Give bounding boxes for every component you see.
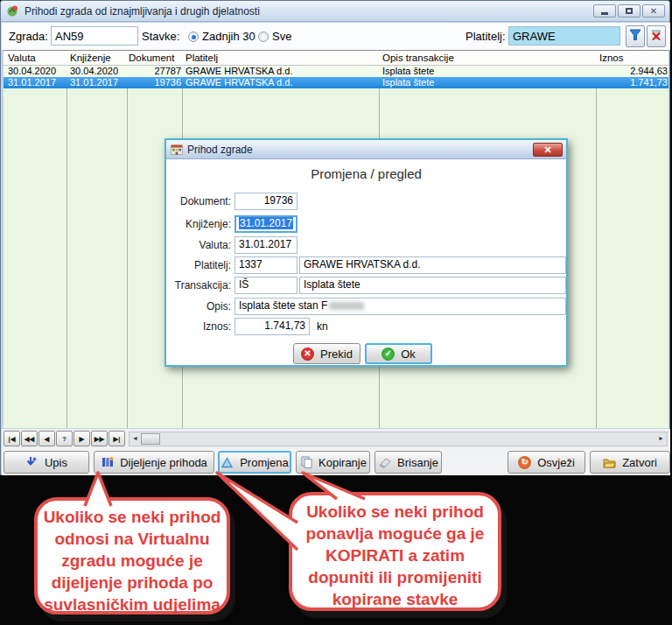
dijeljenje-prihoda-button[interactable]: Dijeljenje prihoda <box>94 451 214 474</box>
cell-dokument: 27787 <box>127 66 181 76</box>
col-opis-transakcije[interactable]: Opis transakcije <box>382 53 454 63</box>
prekid-button[interactable]: ✕ Prekid <box>293 343 360 364</box>
callout-line: odnosi na Virtualnu <box>38 528 227 550</box>
column-divider <box>596 51 597 428</box>
callout-line: ponavlja moguće ga je <box>292 523 498 544</box>
callout-line: dijeljenje prihoda po <box>38 572 227 593</box>
cell-knjizenje: 30.04.2020 <box>70 66 118 76</box>
dialog-titlebar: Prihod zgrade ✕ <box>166 140 566 159</box>
col-iznos[interactable]: Iznos <box>599 53 624 63</box>
dialog-heading: Promjena / pregled <box>166 166 566 181</box>
filter-toolbar: Zgrada: Stavke: Zadnjih 30 Sve Platitelj… <box>2 23 670 50</box>
brisanje-button[interactable]: Brisanje <box>374 451 442 474</box>
prekid-label: Prekid <box>320 348 353 361</box>
cell-valuta: 31.01.2017 <box>8 77 56 88</box>
platitelj-dialog-label: Platitelj: <box>168 259 231 271</box>
table-header: Valuta Knjiženje Dokument Platitelj Opis… <box>4 51 668 66</box>
close-icon[interactable]: ✕ <box>642 4 665 18</box>
column-divider <box>127 51 128 428</box>
opis-text: Isplata štete stan F <box>239 299 327 312</box>
dokument-field[interactable]: 19736 <box>234 193 298 210</box>
redacted-text-blur <box>329 302 364 310</box>
opis-label: Opis: <box>168 300 231 312</box>
table-row-selected[interactable]: 31.01.2017 31.01.2017 19736 GRAWE HRVATS… <box>4 77 668 88</box>
dijeljenje-label: Dijeljenje prihoda <box>120 456 207 469</box>
iznos-field[interactable]: 1.741,73 <box>234 318 310 335</box>
zgrada-input[interactable] <box>51 26 138 46</box>
radio-zadnjih-30-label[interactable]: Zadnjih 30 <box>202 30 256 43</box>
col-platitelj[interactable]: Platitelj <box>186 53 218 63</box>
scroll-left-icon[interactable]: ◄ <box>132 435 138 441</box>
radio-zadnjih-30[interactable] <box>188 32 199 42</box>
platitelj-name-field[interactable]: GRAWE HRVATSKA d.d. <box>299 256 566 274</box>
platitelj-input[interactable] <box>508 26 620 46</box>
nav-last-button[interactable]: ▶| <box>108 431 125 446</box>
window-title: Prihodi zgrada od iznajmljivanja i drugi… <box>24 5 260 18</box>
minimize-icon[interactable] <box>593 4 616 18</box>
transakcija-label: Transakcija: <box>168 279 231 291</box>
window-titlebar: Prihodi zgrada od iznajmljivanja i drugi… <box>1 1 669 22</box>
action-button-bar: Upis Dijeljenje prihoda <box>2 449 670 475</box>
folder-icon <box>603 456 616 469</box>
cell-opis: Isplata štete <box>382 77 434 88</box>
col-dokument[interactable]: Dokument <box>129 53 174 63</box>
valuta-field[interactable]: 31.01.2017 <box>234 236 298 254</box>
radio-sve-label[interactable]: Sve <box>272 30 291 43</box>
radio-sve[interactable] <box>258 32 269 42</box>
kopiranje-label: Kopiranje <box>318 456 367 469</box>
zatvori-button[interactable]: Zatvori <box>590 451 670 474</box>
dialog-close-icon[interactable]: ✕ <box>533 143 563 157</box>
knjizenje-label: Knjiženje: <box>168 218 231 230</box>
transakcija-code-field[interactable]: IŠ <box>234 277 298 294</box>
building-icon <box>171 144 183 155</box>
dokument-label: Dokument: <box>168 195 231 207</box>
osvjezi-button[interactable]: ↻ Osvježi <box>508 451 585 474</box>
upis-button[interactable]: Upis <box>4 451 89 474</box>
callout-line: Ukoliko se neki prihod <box>292 501 498 523</box>
ok-label: Ok <box>401 348 416 361</box>
split-income-icon <box>101 456 114 469</box>
nav-next-button[interactable]: ▶ <box>74 431 90 446</box>
transakcija-name-field[interactable]: Isplata štete <box>299 277 566 294</box>
knjizenje-field[interactable]: 31.01.2017 <box>234 215 298 233</box>
dialog-title: Prihod zgrade <box>187 144 253 156</box>
promjena-button[interactable]: Promjena <box>218 451 291 474</box>
table-row[interactable]: 30.04.2020 30.04.2020 27787 GRAWE HRVATS… <box>4 66 668 77</box>
clear-filter-button[interactable]: ✕ <box>647 25 666 47</box>
valuta-label: Valuta: <box>168 239 231 251</box>
eraser-icon <box>378 456 391 469</box>
filter-funnel-icon <box>629 29 641 44</box>
nav-prev-button[interactable]: ◀ <box>38 431 55 446</box>
col-valuta[interactable]: Valuta <box>8 53 36 63</box>
app-icon <box>6 4 19 18</box>
nav-search-button[interactable]: ? <box>56 431 73 446</box>
kopiranje-button[interactable]: Kopiranje <box>296 451 370 474</box>
copy-icon <box>299 456 312 469</box>
maximize-icon[interactable] <box>618 4 640 18</box>
callout-line: dopuniti ili promijeniti <box>292 566 498 588</box>
stavke-label: Stavke: <box>142 30 179 43</box>
platitelj-code-field[interactable]: 1337 <box>234 256 298 274</box>
scrollbar-thumb[interactable] <box>141 433 160 445</box>
nav-first-button[interactable]: |◀ <box>4 431 20 446</box>
add-record-icon <box>25 456 38 469</box>
col-knjizenje[interactable]: Knjiženje <box>70 53 111 63</box>
cell-valuta: 30.04.2020 <box>8 66 56 76</box>
callout-line: suvlasničkim udjelima <box>38 593 227 615</box>
horizontal-scrollbar[interactable]: ◄ ► <box>129 432 668 446</box>
screen: Prihodi zgrada od iznajmljivanja i drugi… <box>0 0 672 625</box>
knjizenje-selected-text: 31.01.2017 <box>239 217 293 229</box>
scroll-right-icon[interactable]: ► <box>658 435 664 441</box>
nav-fast-next-button[interactable]: ▶▶ <box>91 431 108 446</box>
callout-line: zgradu moguće je <box>38 550 227 572</box>
nav-fast-prev-button[interactable]: ◀◀ <box>21 431 38 446</box>
zatvori-label: Zatvori <box>622 456 657 469</box>
opis-field[interactable]: Isplata štete stan F <box>234 298 566 315</box>
callout-line: Ukoliko se neki prihod <box>38 506 227 528</box>
currency-label: kn <box>317 320 328 333</box>
filter-button[interactable] <box>626 25 645 47</box>
ok-button[interactable]: ✓ Ok <box>365 343 432 364</box>
callout-line: KOPIRATI a zatim <box>292 544 498 566</box>
promjena-label: Promjena <box>240 456 289 469</box>
column-divider <box>66 51 67 428</box>
